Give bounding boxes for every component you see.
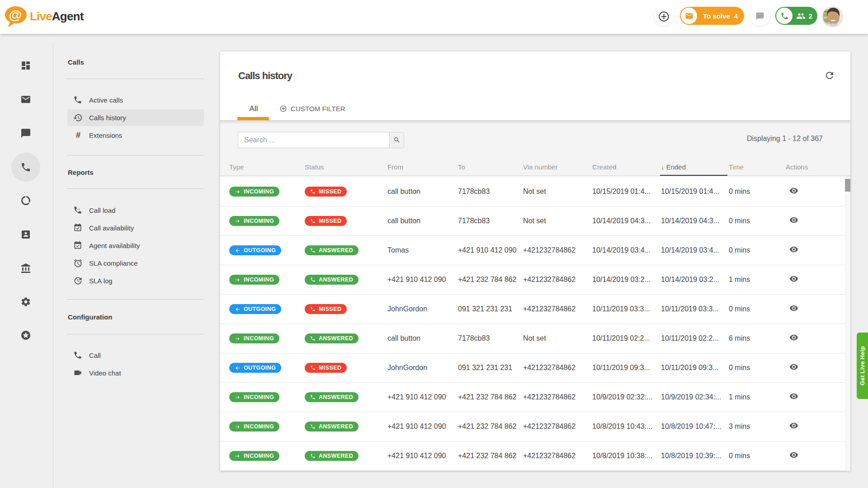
svg-text:@: @ (9, 7, 22, 22)
